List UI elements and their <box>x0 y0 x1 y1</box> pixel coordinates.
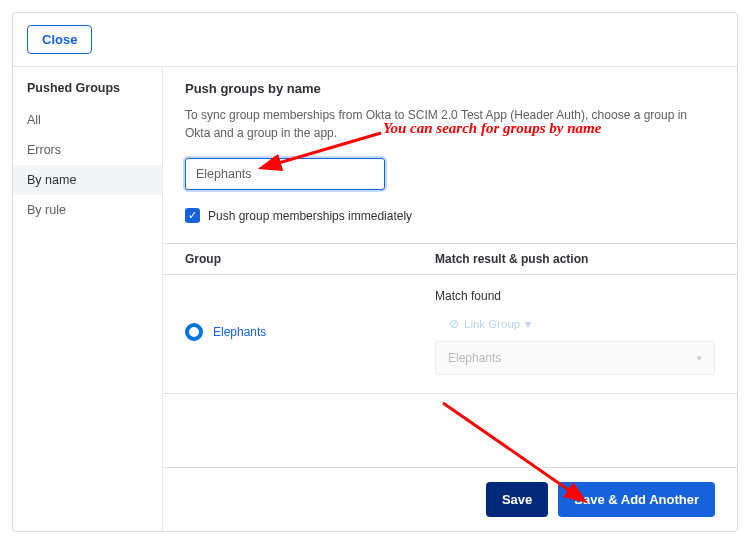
dialog-panel: Close Pushed Groups All Errors By name B… <box>12 12 738 532</box>
dialog-body: Pushed Groups All Errors By name By rule… <box>13 67 737 531</box>
sidebar-item-errors[interactable]: Errors <box>13 135 162 165</box>
matched-group-select-value: Elephants <box>448 351 501 365</box>
link-group-label: Link Group <box>464 318 520 330</box>
sidebar-title: Pushed Groups <box>13 73 162 105</box>
close-button[interactable]: Close <box>27 25 92 54</box>
push-immediately-row: ✓ Push group memberships immediately <box>185 208 715 223</box>
save-button[interactable]: Save <box>486 482 548 517</box>
dialog-footer: Save Save & Add Another <box>163 467 737 531</box>
table-row: Elephants Match found ⊘ Link Group ▾ Ele… <box>163 275 737 394</box>
sidebar: Pushed Groups All Errors By name By rule <box>13 67 163 531</box>
section-description: To sync group memberships from Okta to S… <box>185 106 715 142</box>
main-content: Push groups by name To sync group member… <box>163 67 737 227</box>
push-immediately-label: Push group memberships immediately <box>208 209 412 223</box>
sidebar-item-by-name[interactable]: By name <box>13 165 162 195</box>
group-icon <box>185 323 203 341</box>
ban-icon: ⊘ <box>449 317 459 331</box>
push-immediately-checkbox[interactable]: ✓ <box>185 208 200 223</box>
save-add-another-button[interactable]: Save & Add Another <box>558 482 715 517</box>
main-area: Push groups by name To sync group member… <box>163 67 737 531</box>
td-action: Match found ⊘ Link Group ▾ Elephants ▾ <box>413 285 737 379</box>
sidebar-item-all[interactable]: All <box>13 105 162 135</box>
table-header: Group Match result & push action <box>163 243 737 275</box>
td-group: Elephants <box>163 285 413 379</box>
caret-down-icon: ▾ <box>525 317 531 331</box>
link-group-action[interactable]: ⊘ Link Group ▾ <box>449 317 531 331</box>
th-group: Group <box>163 244 413 274</box>
group-search-input[interactable] <box>185 158 385 190</box>
match-result-text: Match found <box>435 289 715 303</box>
group-name-link[interactable]: Elephants <box>213 325 266 339</box>
matched-group-select[interactable]: Elephants ▾ <box>435 341 715 375</box>
caret-down-icon: ▾ <box>697 353 702 363</box>
dialog-header: Close <box>13 13 737 67</box>
section-title: Push groups by name <box>185 81 715 96</box>
sidebar-item-by-rule[interactable]: By rule <box>13 195 162 225</box>
th-action: Match result & push action <box>413 244 610 274</box>
